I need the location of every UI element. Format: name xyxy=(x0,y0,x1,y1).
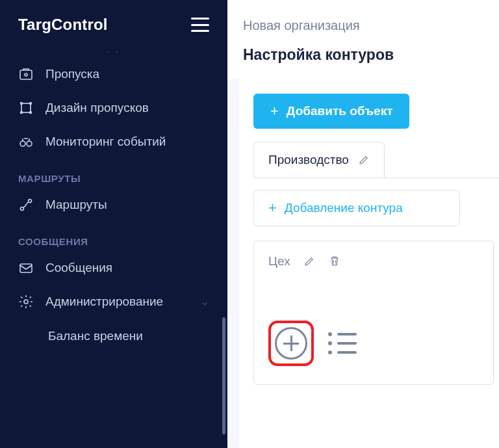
main-area: Новая организация Настройка контуров + Д… xyxy=(227,0,499,448)
svg-point-10 xyxy=(29,200,32,203)
button-label: Добавить объект xyxy=(287,104,393,118)
highlight-marker xyxy=(268,321,314,366)
badge-icon xyxy=(18,66,34,82)
contour-card: Цех xyxy=(253,241,494,385)
sidebar-item-admin[interactable]: Администрирование xyxy=(0,285,227,319)
page-title: Настройка контуров xyxy=(227,46,499,79)
content: + Добавить объект Производство + Доба xyxy=(227,79,499,448)
route-icon xyxy=(18,197,34,213)
sidebar-section-routes: МАРШРУТЫ xyxy=(0,159,227,188)
sidebar-item-label: Дизайн пропусков xyxy=(45,101,149,115)
sidebar-item-routes[interactable]: Маршруты xyxy=(0,188,227,222)
sidebar-item-passes[interactable]: Пропуска xyxy=(0,57,227,91)
gear-icon xyxy=(18,294,34,310)
sidebar-item-messages[interactable]: Сообщения xyxy=(0,251,227,285)
svg-point-12 xyxy=(24,300,28,304)
pencil-icon[interactable] xyxy=(358,154,370,166)
add-circle-icon[interactable] xyxy=(275,327,307,360)
svg-point-8 xyxy=(27,141,32,146)
object-tabs: Производство xyxy=(253,142,499,178)
pencil-icon[interactable] xyxy=(303,256,315,267)
svg-rect-0 xyxy=(20,70,32,79)
button-label: Добавление контура xyxy=(285,201,403,215)
sidebar-item-monitoring[interactable]: Мониторинг событий xyxy=(0,125,227,159)
svg-rect-11 xyxy=(20,264,32,272)
svg-rect-2 xyxy=(21,103,31,112)
sidebar-item-label: Мониторинг событий xyxy=(45,135,166,149)
plus-icon: + xyxy=(270,104,279,118)
chevron-down-icon xyxy=(200,297,209,306)
overflow-indicator: . . xyxy=(0,46,227,53)
tab-label: Производство xyxy=(268,153,349,167)
sidebar-item-label: Маршруты xyxy=(45,198,107,212)
sidebar-item-pass-design[interactable]: Дизайн пропусков xyxy=(0,91,227,125)
sidebar-item-label: Сообщения xyxy=(45,261,112,275)
add-object-button[interactable]: + Добавить объект xyxy=(253,94,409,129)
sidebar-item-label: Администрирование xyxy=(45,295,163,309)
svg-point-1 xyxy=(25,73,27,76)
org-name[interactable]: Новая организация xyxy=(227,0,499,46)
crop-icon xyxy=(18,100,34,116)
sidebar-section-messages: СООБЩЕНИЯ xyxy=(0,222,227,251)
trash-icon[interactable] xyxy=(328,254,341,269)
tab-production[interactable]: Производство xyxy=(253,142,385,178)
sidebar-subitem-time-balance[interactable]: Баланс времени xyxy=(0,319,227,354)
brand-logo: TargControl xyxy=(18,16,108,34)
svg-point-9 xyxy=(21,207,24,211)
list-icon[interactable] xyxy=(328,332,357,354)
contour-title: Цех xyxy=(268,254,290,269)
binoculars-icon xyxy=(18,134,34,150)
sidebar-nav: Пропуска Дизайн пропусков Мониторинг соб… xyxy=(0,57,227,448)
sidebar-scrollbar[interactable] xyxy=(222,317,225,434)
sidebar: TargControl . . Пропуска Дизайн пропуско… xyxy=(0,0,227,448)
sidebar-item-label: Пропуска xyxy=(45,67,99,81)
plus-icon: + xyxy=(268,201,277,215)
menu-toggle-icon[interactable] xyxy=(191,18,209,32)
envelope-icon xyxy=(18,260,34,276)
add-contour-button[interactable]: + Добавление контура xyxy=(253,190,460,226)
svg-point-7 xyxy=(20,141,25,146)
